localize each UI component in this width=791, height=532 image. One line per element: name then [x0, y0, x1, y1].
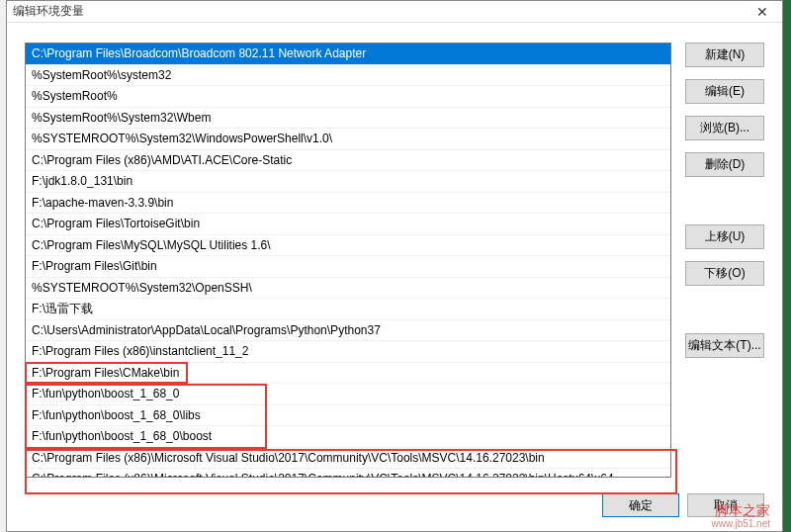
list-item[interactable]: F:\fun\python\boost_1_68_0\libs [26, 405, 670, 427]
delete-button[interactable]: 删除(D) [685, 152, 764, 177]
browse-button[interactable]: 浏览(B)... [685, 116, 764, 140]
list-item[interactable]: %SystemRoot% [26, 86, 670, 108]
list-item[interactable]: F:\迅雷下载 [26, 299, 670, 320]
path-listbox[interactable]: C:\Program Files\Broadcom\Broadcom 802.1… [25, 43, 671, 478]
edit-button[interactable]: 编辑(E) [685, 79, 764, 104]
list-item[interactable]: F:\Program Files (x86)\instantclient_11_… [26, 341, 670, 363]
listbox-wrap: C:\Program Files\Broadcom\Broadcom 802.1… [25, 43, 671, 482]
list-item[interactable]: C:\Program Files (x86)\AMD\ATI.ACE\Core-… [26, 150, 670, 172]
list-item[interactable]: F:\jdk1.8.0_131\bin [26, 171, 670, 193]
edit-text-button[interactable]: 编辑文本(T)... [685, 333, 764, 358]
list-item[interactable]: F:\Program Files\CMake\bin [26, 363, 670, 385]
list-item[interactable]: F:\fun\python\boost_1_68_0 [26, 384, 670, 405]
ok-button[interactable]: 确定 [602, 493, 679, 517]
list-item[interactable]: %SystemRoot%\System32\Wbem [26, 108, 670, 130]
bottom-bar: 确定 取消 [7, 488, 782, 531]
dialog-content: C:\Program Files\Broadcom\Broadcom 802.1… [7, 23, 782, 488]
titlebar: 编辑环境变量 ✕ [7, 1, 782, 23]
close-icon[interactable]: ✕ [748, 2, 776, 22]
move-down-button[interactable]: 下移(O) [685, 261, 764, 286]
list-item[interactable]: C:\Program Files\TortoiseGit\bin [26, 214, 670, 235]
button-column: 新建(N) 编辑(E) 浏览(B)... 删除(D) 上移(U) 下移(O) 编… [685, 43, 764, 482]
list-item[interactable]: C:\Users\Administrator\AppData\Local\Pro… [26, 320, 670, 342]
list-item[interactable]: C:\Program Files\MySQL\MySQL Utilities 1… [26, 235, 670, 257]
cancel-button[interactable]: 取消 [687, 493, 764, 517]
list-item[interactable]: %SystemRoot%\system32 [26, 65, 670, 87]
move-up-button[interactable]: 上移(U) [685, 224, 764, 249]
environment-variable-dialog: 编辑环境变量 ✕ C:\Program Files\Broadcom\Broad… [6, 0, 783, 532]
list-item[interactable]: %SYSTEMROOT%\System32\OpenSSH\ [26, 278, 670, 300]
dialog-title: 编辑环境变量 [13, 3, 748, 20]
list-item[interactable]: C:\Program Files (x86)\Microsoft Visual … [26, 469, 670, 478]
list-item[interactable]: C:\Program Files (x86)\Microsoft Visual … [26, 448, 670, 470]
list-item[interactable]: %SYSTEMROOT%\System32\WindowsPowerShell\… [26, 129, 670, 150]
list-item[interactable]: F:\fun\python\boost_1_68_0\boost [26, 426, 670, 448]
list-item[interactable]: F:\Program Files\Git\bin [26, 256, 670, 278]
new-button[interactable]: 新建(N) [685, 43, 764, 67]
list-item[interactable]: F:\apache-maven-3.3.9\bin [26, 193, 670, 215]
list-item[interactable]: C:\Program Files\Broadcom\Broadcom 802.1… [26, 44, 670, 65]
